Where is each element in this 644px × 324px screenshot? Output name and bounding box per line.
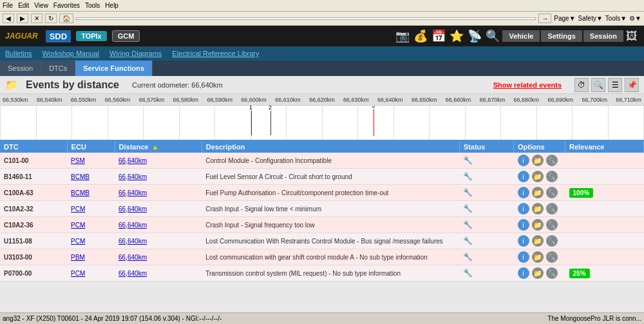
distance-cell[interactable]: 66,640km [115,249,202,265]
vehicle-button[interactable]: Vehicle [502,30,540,42]
tools-icon-btn[interactable]: 🔧 [546,219,558,231]
nav-wiring-diagrams[interactable]: Wiring Diagrams [109,50,162,57]
menu-view[interactable]: View [34,2,48,9]
col-header-distance[interactable]: Distance ▲ [115,141,202,153]
safety-dropdown[interactable]: Safety▼ [578,15,603,22]
menu-tools[interactable]: Tools [85,2,100,9]
info-icon-btn[interactable]: i [518,267,529,279]
ecu-cell[interactable]: PCM [67,233,115,249]
show-related-button[interactable]: Show related events [493,81,562,89]
nav-bulletins[interactable]: Bulletins [5,50,32,57]
header-right: 📷 💰 📅 ⭐ 📡 🔍 Vehicle Settings Session 🖼 [394,28,639,44]
dtc-cell: U3103-00 [0,249,67,265]
folder-icon-btn[interactable]: 📁 [532,235,544,247]
menu-tool-button[interactable]: ☰ [608,78,622,92]
extra-icon-btn[interactable]: 🖼 [625,28,639,44]
clock-tool-button[interactable]: ⏱ [574,78,589,92]
stop-button[interactable]: ✕ [31,14,43,23]
distance-cell[interactable]: 66,640km [115,233,202,249]
sdd-logo: SDD [46,30,71,43]
tools-icon-btn[interactable]: 🔧 [546,203,558,214]
session-button[interactable]: Session [583,30,623,42]
description-cell: Lost Communication With Restraints Contr… [202,233,459,249]
menu-favorites[interactable]: Favorites [53,2,80,9]
options-cell: i 📁 🔧 [514,201,565,217]
menu-edit[interactable]: Edit [18,2,29,9]
ecu-cell[interactable]: BCMB [67,185,115,201]
tools-dropdown[interactable]: Tools▼ [605,15,627,22]
tools-icon-btn[interactable]: 🔧 [546,251,558,263]
tools-icon-btn[interactable]: 🔧 [546,155,558,166]
ecu-cell[interactable]: PSM [67,153,115,169]
info-icon-btn[interactable]: i [518,187,529,198]
tools-icon-btn[interactable]: 🔧 [546,187,558,198]
extra-tools[interactable]: ⚙▼ [629,15,641,22]
col-header-ecu[interactable]: ECU [67,141,115,153]
forward-button[interactable]: ▶ [17,14,28,23]
ecu-cell[interactable]: BCMB [67,169,115,185]
tools-icon-btn[interactable]: 🔧 [546,235,558,247]
info-icon-btn[interactable]: i [518,235,529,247]
ecu-cell[interactable]: PCM [67,265,115,281]
home-button[interactable]: 🏠 [59,14,73,23]
folder-icon-btn[interactable]: 📁 [532,155,544,166]
folder-icon-btn[interactable]: 📁 [532,219,544,231]
topix-logo[interactable]: TOPIx [76,31,107,41]
distance-cell[interactable]: 66,640km [115,169,202,185]
page-dropdown[interactable]: Page▼ [554,15,575,22]
col-header-status[interactable]: Status [459,141,513,153]
tools-icon-btn[interactable]: 🔧 [546,171,558,182]
go-button[interactable]: → [538,14,551,23]
back-button[interactable]: ◀ [3,14,14,23]
info-icon-btn[interactable]: i [518,203,529,214]
folder-icon-btn[interactable]: 📁 [532,171,544,182]
col-header-dtc[interactable]: DTC [0,141,67,153]
gcm-logo[interactable]: GCM [112,30,140,42]
nav-workshop-manual[interactable]: Workshop Manual [43,50,99,57]
calendar-icon-btn[interactable]: 📅 [430,28,447,44]
nav-electrical-ref[interactable]: Electrical Reference Library [172,50,259,57]
money-icon-btn[interactable]: 💰 [412,28,429,44]
tab-session[interactable]: Session [0,61,41,76]
ruler-mark-13: 66,660km [446,97,471,103]
distance-cell[interactable]: 66,640km [115,217,202,233]
col-header-description[interactable]: Description [202,141,459,153]
info-icon-btn[interactable]: i [518,219,529,231]
star-icon-btn[interactable]: ⭐ [448,28,465,44]
ecu-cell[interactable]: PCM [67,201,115,217]
folder-icon-btn[interactable]: 📁 [532,203,544,214]
settings-button[interactable]: Settings [541,30,582,42]
menu-file[interactable]: File [3,2,13,9]
ecu-cell[interactable]: PBM [67,249,115,265]
distance-cell[interactable]: 66,640km [115,265,202,281]
description-cell: Lost communication with gear shift contr… [202,249,459,265]
folder-icon-btn[interactable]: 📁 [532,187,544,198]
chart-marker-1: 1 [251,111,252,135]
distance-cell[interactable]: 66,640km [115,185,202,201]
distance-cell[interactable]: 66,640km [115,153,202,169]
tab-dtcs[interactable]: DTCs [41,61,75,76]
refresh-button[interactable]: ↻ [45,14,57,23]
info-icon-btn[interactable]: i [518,171,529,182]
folder-icon-btn[interactable]: 📁 [532,251,544,263]
tools-icon-btn[interactable]: 🔧 [546,267,558,279]
signal-icon-btn[interactable]: 📡 [466,28,483,44]
col-header-options[interactable]: Options [514,141,565,153]
col-header-relevance[interactable]: Relevance [565,141,644,153]
folder-icon-btn[interactable]: 📁 [532,267,544,279]
table-row: C100A-63 BCMB 66,640km Fuel Pump Authori… [0,185,644,201]
table-row: U3103-00 PBM 66,640km Lost communication… [0,249,644,265]
address-bar[interactable] [76,17,536,20]
tab-service-functions[interactable]: Service Functions [75,61,153,76]
menu-help[interactable]: Help [105,2,118,9]
dtc-cell: C101-00 [0,153,67,169]
wrench-icon: 🔧 [463,269,473,278]
info-icon-btn[interactable]: i [518,251,529,263]
info-icon-btn[interactable]: i [518,155,529,166]
ecu-cell[interactable]: PCM [67,217,115,233]
distance-cell[interactable]: 66,640km [115,201,202,217]
pin-tool-button[interactable]: 📌 [625,78,639,92]
zoom-tool-button[interactable]: 🔍 [591,78,605,92]
camera-icon-btn[interactable]: 📷 [394,28,411,44]
search-icon-btn[interactable]: 🔍 [484,28,501,44]
